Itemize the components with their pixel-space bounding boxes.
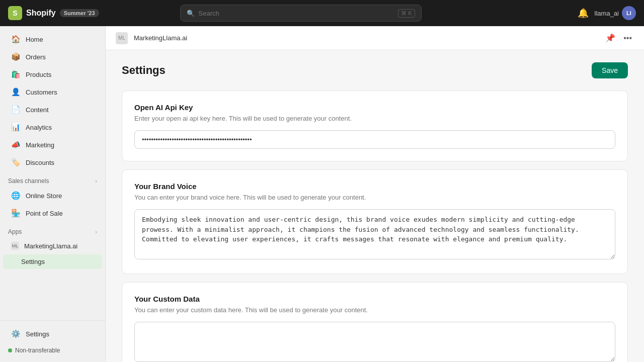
save-button[interactable]: Save (592, 62, 628, 78)
marketingllama-icon: ML (11, 242, 19, 250)
sidebar-item-online-store[interactable]: 🌐 Online Store (3, 187, 102, 204)
api-key-input[interactable] (134, 130, 615, 149)
brand-voice-title: Your Brand Voice (134, 182, 615, 191)
chevron-icon[interactable]: › (95, 178, 97, 184)
sidebar-bottom: ⚙️ Settings Non-transferable (0, 320, 105, 362)
app-name: Shopify (26, 9, 56, 18)
sidebar-item-label: Settings (26, 330, 49, 338)
api-key-title: Open AI Api Key (134, 103, 615, 112)
sidebar-item-point-of-sale[interactable]: 🏪 Point of Sale (3, 205, 102, 222)
page-title: Settings (122, 64, 166, 77)
sidebar: 🏠 Home 📦 Orders 🛍️ Products 👤 Customers … (0, 26, 106, 362)
custom-data-textarea[interactable] (134, 322, 615, 362)
search-input[interactable] (199, 10, 394, 17)
sidebar-item-label: Marketing (26, 141, 54, 149)
badge-dot (8, 348, 12, 352)
sidebar-item-label: Customers (26, 88, 57, 96)
shopify-logo-icon: S (8, 6, 22, 20)
custom-data-title: Your Custom Data (134, 295, 615, 303)
sidebar-item-label: Home (26, 36, 43, 43)
home-icon: 🏠 (11, 35, 21, 44)
custom-data-card: Your Custom Data You can enter your cust… (122, 282, 628, 362)
app-icon: ML (116, 32, 128, 44)
discounts-icon: 🏷️ (11, 158, 21, 167)
user-area[interactable]: llama_ai LI (595, 6, 636, 20)
sidebar-item-label: Content (26, 106, 49, 114)
online-store-icon: 🌐 (11, 191, 21, 200)
notification-bell-icon[interactable]: 🔔 (578, 8, 589, 19)
top-navigation: S Shopify Summer '23 🔍 ⌘ K 🔔 llama_ai LI (0, 0, 644, 26)
app-topbar-actions: 📌 ••• (603, 31, 634, 45)
sidebar-nav: 🏠 Home 📦 Orders 🛍️ Products 👤 Customers … (0, 26, 105, 274)
non-transferable-label: Non-transferable (15, 347, 60, 354)
marketing-icon: 📣 (11, 140, 21, 149)
sidebar-sub-item-label: Settings (21, 258, 45, 265)
sidebar-item-label: Orders (26, 53, 46, 61)
page-content: Settings Save Open AI Api Key Enter your… (106, 50, 644, 362)
analytics-icon: 📊 (11, 123, 21, 132)
custom-data-description: You can enter your custom data here. Thi… (134, 306, 615, 314)
shopify-logo: S Shopify Summer '23 (8, 6, 99, 20)
brand-voice-card: Your Brand Voice You can enter your bran… (122, 169, 628, 274)
sidebar-item-analytics[interactable]: 📊 Analytics (3, 119, 102, 136)
api-key-description: Enter your open ai api key here. This wi… (134, 115, 615, 122)
search-shortcut: ⌘ K (398, 9, 415, 18)
settings-icon: ⚙️ (11, 329, 21, 338)
main-layout: 🏠 Home 📦 Orders 🛍️ Products 👤 Customers … (0, 26, 644, 362)
sidebar-item-label: Discounts (26, 159, 54, 166)
sidebar-item-label: MarketingLlama.ai (24, 242, 77, 250)
more-options-button[interactable]: ••• (621, 31, 634, 45)
search-bar[interactable]: 🔍 ⌘ K (180, 5, 422, 22)
sidebar-item-settings[interactable]: ⚙️ Settings (3, 325, 102, 342)
app-topbar-name: MarketingLlama.ai (134, 34, 187, 42)
user-name: llama_ai (595, 10, 619, 17)
sidebar-item-discounts[interactable]: 🏷️ Discounts (3, 154, 102, 171)
apps-section: Apps › (0, 222, 105, 237)
summer-badge: Summer '23 (60, 9, 99, 17)
brand-voice-description: You can enter your brand voice here. Thi… (134, 194, 615, 201)
sidebar-item-home[interactable]: 🏠 Home (3, 31, 102, 48)
search-icon: 🔍 (187, 10, 195, 17)
api-key-card: Open AI Api Key Enter your open ai api k… (122, 90, 628, 161)
sales-channels-section: Sales channels › (0, 171, 105, 187)
sidebar-item-marketing[interactable]: 📣 Marketing (3, 136, 102, 153)
avatar: LI (622, 6, 636, 20)
sidebar-item-label: Point of Sale (26, 210, 63, 217)
sidebar-item-label: Online Store (26, 192, 62, 200)
sidebar-item-label: Products (26, 71, 51, 78)
apps-label: Apps (8, 228, 22, 235)
app-topbar: ML MarketingLlama.ai 📌 ••• (106, 26, 644, 50)
brand-voice-textarea[interactable] (134, 209, 615, 259)
sidebar-item-products[interactable]: 🛍️ Products (3, 66, 102, 83)
customers-icon: 👤 (11, 87, 21, 97)
sidebar-item-orders[interactable]: 📦 Orders (3, 48, 102, 65)
sidebar-item-label: Analytics (26, 124, 52, 131)
pin-button[interactable]: 📌 (603, 31, 617, 45)
orders-icon: 📦 (11, 52, 21, 61)
content-icon: 📄 (11, 105, 21, 114)
apps-chevron-icon[interactable]: › (95, 229, 97, 235)
main-content: ML MarketingLlama.ai 📌 ••• Settings Save… (106, 26, 644, 362)
products-icon: 🛍️ (11, 70, 21, 79)
sidebar-item-content[interactable]: 📄 Content (3, 101, 102, 118)
non-transferable-badge: Non-transferable (0, 343, 105, 358)
point-of-sale-icon: 🏪 (11, 209, 21, 218)
sales-channels-label: Sales channels (8, 177, 49, 185)
sidebar-item-marketingllama[interactable]: ML MarketingLlama.ai (3, 238, 102, 254)
nav-right: 🔔 llama_ai LI (578, 6, 636, 20)
page-header: Settings Save (122, 62, 628, 78)
sidebar-item-customers[interactable]: 👤 Customers (3, 83, 102, 101)
sidebar-item-settings-sub[interactable]: Settings (3, 254, 102, 269)
